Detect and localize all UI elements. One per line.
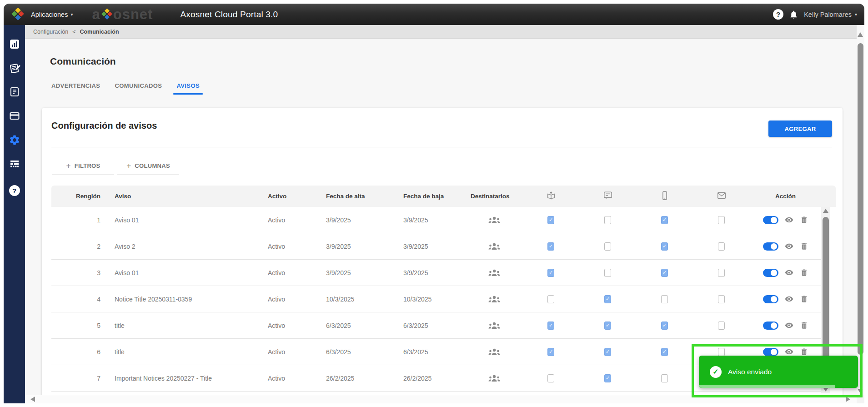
delete-trash-icon[interactable]	[800, 268, 808, 277]
channel-chat-checkbox[interactable]: ✓	[604, 348, 611, 356]
header-chat-icon	[579, 191, 636, 202]
active-toggle[interactable]	[763, 295, 778, 303]
success-toast: ✓ Aviso enviado	[699, 356, 858, 388]
sidebar-item-dashboard[interactable]	[4, 36, 25, 52]
agregar-button[interactable]: AGREGAR	[768, 121, 832, 137]
active-toggle[interactable]	[763, 322, 778, 330]
channel-library-checkbox[interactable]: ✓	[547, 216, 554, 224]
channel-chat-checkbox[interactable]: ✓	[604, 295, 611, 303]
fecha-alta-cell: 26/2/2025	[321, 375, 398, 382]
delete-trash-icon[interactable]	[800, 321, 808, 330]
table-row: 4 Notice Title 20250311-0359 Activo 10/3…	[51, 286, 821, 312]
apps-menu-button[interactable]: Aplicaciones ▾	[31, 11, 73, 18]
delete-trash-icon[interactable]	[800, 294, 808, 304]
gear-icon	[9, 134, 20, 146]
channel-chat-checkbox[interactable]: ✓	[604, 374, 611, 382]
user-menu-button[interactable]: Kelly Palomares ▾	[804, 11, 857, 18]
header-destinatarios: Destinatarios	[466, 193, 522, 200]
destinatarios-groups-icon[interactable]	[488, 295, 501, 303]
header-phone-icon	[636, 191, 693, 202]
view-eye-icon[interactable]	[784, 241, 794, 251]
fecha-baja-cell: 6/3/2025	[398, 348, 466, 356]
header-aviso: Aviso	[106, 193, 263, 200]
channel-chat-checkbox[interactable]	[604, 216, 611, 224]
row-number-cell: 2	[51, 243, 106, 250]
axosnet-logo-icon[interactable]	[11, 8, 25, 21]
channel-phone-checkbox[interactable]	[661, 374, 668, 382]
toast-message: Aviso enviado	[728, 368, 772, 376]
header-fecha-baja: Fecha de baja	[398, 193, 466, 200]
sidebar-item-payments[interactable]	[4, 108, 25, 124]
header-activo: Activo	[263, 193, 321, 200]
header-renglon: Renglón	[51, 193, 106, 200]
card-divider	[51, 147, 832, 147]
destinatarios-groups-icon[interactable]	[488, 374, 501, 382]
destinatarios-groups-icon[interactable]	[488, 216, 501, 224]
table-row: 5 title Activo 6/3/2025 6/3/2025 ✓ ✓ ✓	[51, 312, 821, 339]
activo-cell: Activo	[263, 243, 321, 250]
active-toggle[interactable]	[763, 242, 778, 251]
scroll-up-arrow-icon[interactable]	[823, 209, 828, 213]
destinatarios-groups-icon[interactable]	[488, 269, 501, 277]
destinatarios-groups-icon[interactable]	[488, 322, 501, 330]
delete-trash-icon[interactable]	[800, 215, 808, 225]
channel-chat-checkbox[interactable]	[604, 242, 611, 251]
channel-chat-checkbox[interactable]: ✓	[604, 322, 611, 330]
channel-mail-checkbox[interactable]	[718, 269, 725, 277]
channel-library-checkbox[interactable]: ✓	[547, 269, 554, 277]
sidebar-item-notes[interactable]	[4, 60, 25, 76]
sidebar-item-settings[interactable]	[4, 132, 25, 148]
sidebar-item-help[interactable]: ?	[4, 183, 25, 198]
channel-phone-checkbox[interactable]: ✓	[661, 242, 668, 251]
destinatarios-groups-icon[interactable]	[488, 242, 501, 251]
fecha-baja-cell: 3/9/2025	[398, 269, 466, 276]
left-sidebar: ?	[4, 25, 25, 403]
channel-phone-checkbox[interactable]: ✓	[661, 322, 668, 330]
channel-library-checkbox[interactable]: ✓	[547, 242, 554, 251]
channel-library-checkbox[interactable]	[547, 374, 554, 382]
activo-cell: Activo	[263, 296, 321, 303]
channel-mail-checkbox[interactable]	[718, 295, 725, 303]
help-icon[interactable]: ?	[773, 9, 783, 20]
channel-chat-checkbox[interactable]	[604, 269, 611, 277]
channel-mail-checkbox[interactable]	[718, 216, 725, 224]
page-scrollbar-thumb[interactable]	[858, 43, 863, 355]
row-number-cell: 6	[51, 348, 106, 356]
channel-mail-checkbox[interactable]	[718, 322, 725, 330]
view-eye-icon[interactable]	[784, 215, 794, 225]
channel-mail-checkbox[interactable]	[718, 242, 725, 251]
channel-library-checkbox[interactable]	[547, 295, 554, 303]
delete-trash-icon[interactable]	[800, 241, 808, 251]
sidebar-item-documents[interactable]	[4, 84, 25, 100]
channel-phone-checkbox[interactable]	[661, 295, 668, 303]
tab-advertencias[interactable]: ADVERTENCIAS	[50, 79, 101, 95]
active-toggle[interactable]	[763, 216, 778, 224]
destinatarios-cell	[466, 269, 522, 277]
header-mail-icon	[693, 191, 750, 202]
view-eye-icon[interactable]	[784, 321, 794, 330]
tab-avisos[interactable]: AVISOS	[175, 79, 201, 95]
breadcrumb-current: Comunicación	[80, 29, 119, 35]
view-eye-icon[interactable]	[784, 268, 794, 277]
aviso-cell: Important Notices 20250227 - Title	[106, 375, 263, 382]
notifications-bell-icon[interactable]	[789, 10, 798, 20]
channel-phone-checkbox[interactable]: ✓	[661, 269, 668, 277]
scroll-left-arrow-icon[interactable]	[30, 397, 35, 402]
breadcrumb-parent[interactable]: Configuración	[33, 29, 68, 35]
columnas-button[interactable]: + COLUMNAS	[117, 157, 179, 175]
sidebar-item-reports[interactable]	[4, 156, 25, 171]
channel-phone-checkbox[interactable]: ✓	[661, 348, 668, 356]
view-eye-icon[interactable]	[784, 294, 794, 304]
destinatarios-groups-icon[interactable]	[488, 348, 501, 356]
aviso-cell: Aviso 01	[106, 269, 263, 276]
channel-phone-checkbox[interactable]: ✓	[661, 216, 668, 224]
active-toggle[interactable]	[763, 269, 778, 277]
scroll-up-arrow-icon[interactable]	[858, 32, 863, 37]
channel-library-checkbox[interactable]: ✓	[547, 322, 554, 330]
activo-cell: Activo	[263, 375, 321, 382]
channel-library-checkbox[interactable]: ✓	[547, 348, 554, 356]
destinatarios-cell	[466, 242, 522, 251]
filtros-label: FILTROS	[75, 162, 100, 169]
filtros-button[interactable]: + FILTROS	[52, 157, 114, 175]
tab-comunicados[interactable]: COMUNICADOS	[113, 79, 163, 95]
